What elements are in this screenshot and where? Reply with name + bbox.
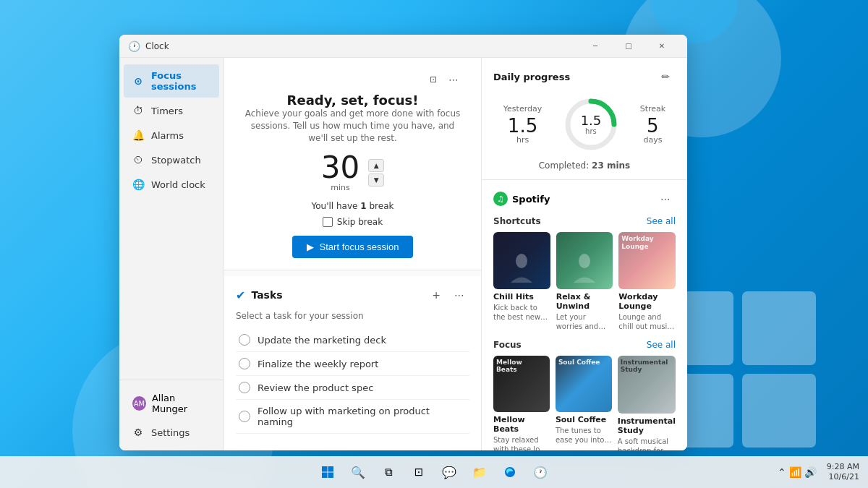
sidebar-item-label-focus: Focus sessions	[151, 70, 210, 92]
sidebar-item-alarms[interactable]: 🔔 Alarms	[124, 124, 219, 147]
streak-unit: days	[640, 135, 665, 145]
time-decrease-button[interactable]: ▼	[368, 174, 384, 187]
start-button[interactable]	[314, 458, 341, 486]
skip-break-checkbox[interactable]	[323, 217, 333, 227]
sidebar-bottom: AM Allan Munger ⚙ Settings	[119, 380, 224, 445]
window-body: ⊙ Focus sessions ⏱ Timers 🔔 Alarms ⏲ Sto…	[119, 58, 687, 450]
sidebar-item-settings[interactable]: ⚙ Settings	[124, 421, 219, 444]
window-controls: ─ □ ✕	[579, 35, 678, 58]
completed-text: Completed: 23 mins	[493, 160, 676, 171]
minimize-button[interactable]: ─	[579, 35, 612, 58]
music-card-instrumental[interactable]: InstrumentalStudy Instrumental Study A s…	[618, 356, 676, 450]
start-focus-button[interactable]: ▶ Start focus session	[292, 236, 414, 258]
music-card-relax[interactable]: Relax & Unwind Let your worries and care…	[556, 232, 613, 331]
streak-value: 5	[640, 116, 665, 135]
sidebar-item-label-timers: Timers	[151, 106, 183, 116]
chevron-up-icon[interactable]: ⌃	[778, 466, 786, 478]
more-options-icon[interactable]: ⋯	[443, 69, 464, 90]
tasks-more-button[interactable]: ⋯	[449, 285, 469, 305]
task-item[interactable]: Update the marketing deck	[236, 328, 469, 352]
see-all-shortcuts-button[interactable]: See all	[647, 216, 676, 226]
taskbar-right: ⌃ 📶 🔊 9:28 AM 10/6/21	[778, 462, 859, 483]
window-title: Clock	[145, 41, 579, 51]
focus-grid: MellowBeats Mellow Beats Stay relaxed wi…	[493, 356, 676, 450]
chat-button[interactable]: 💬	[435, 458, 463, 486]
taskbar: 🔍 ⧉ ⊡ 💬 📁 🕐 ⌃ 📶 🔊 9:28 AM 10/6/21	[0, 456, 868, 488]
task-radio-4[interactable]	[239, 411, 250, 422]
sidebar-item-timers[interactable]: ⏱ Timers	[124, 99, 219, 122]
maximize-button[interactable]: □	[612, 35, 645, 58]
chill-hits-title: Chill Hits	[493, 292, 550, 301]
task-item[interactable]: Review the product spec	[236, 376, 469, 400]
settings-icon: ⚙	[132, 427, 144, 438]
streak-label: Streak	[640, 104, 665, 114]
widgets-button[interactable]: ⊡	[405, 458, 433, 486]
clock-app-button[interactable]: 🕐	[527, 458, 554, 486]
spotify-more-button[interactable]: ⋯	[655, 189, 676, 209]
svg-rect-10	[322, 473, 328, 479]
yesterday-label: Yesterday	[503, 104, 542, 114]
stopwatch-icon: ⏲	[132, 154, 144, 166]
music-card-soul[interactable]: Soul Coffee Soul Coffee The tunes to eas…	[556, 356, 612, 450]
task-item[interactable]: Finalize the weekly report	[236, 352, 469, 376]
time-increase-button[interactable]: ▲	[368, 159, 384, 172]
tasks-section: ✔ Tasks + ⋯ Select a task for your sessi…	[224, 276, 481, 450]
task-radio-3[interactable]	[239, 382, 250, 393]
avatar: AM	[132, 396, 146, 411]
music-card-mellow[interactable]: MellowBeats Mellow Beats Stay relaxed wi…	[493, 356, 550, 450]
sidebar-item-stopwatch[interactable]: ⏲ Stopwatch	[124, 148, 219, 171]
svg-point-6	[516, 254, 527, 268]
taskbar-icons: 🔍 ⧉ ⊡ 💬 📁 🕐	[314, 458, 554, 486]
sidebar: ⊙ Focus sessions ⏱ Timers 🔔 Alarms ⏲ Sto…	[119, 58, 224, 450]
music-card-workday[interactable]: WorkdayLounge Workday Lounge Lounge and …	[618, 232, 676, 331]
instrumental-thumb: InstrumentalStudy	[618, 356, 676, 414]
skip-break-label: Skip break	[337, 217, 383, 227]
task-radio-2[interactable]	[239, 358, 250, 369]
volume-icon[interactable]: 🔊	[804, 466, 817, 478]
completed-value: 23 mins	[592, 160, 630, 171]
task-item[interactable]: Follow up with marketing on product nami…	[236, 400, 469, 434]
sidebar-item-world-clock[interactable]: 🌐 World clock	[124, 173, 219, 196]
wifi-icon[interactable]: 📶	[789, 466, 801, 478]
user-profile[interactable]: AM Allan Munger	[124, 387, 219, 420]
workday-thumb: WorkdayLounge	[618, 232, 676, 289]
focus-subtitle: Achieve your goals and get more done wit…	[242, 108, 464, 144]
app-icon: 🕐	[128, 40, 140, 52]
music-card-chill-hits[interactable]: Chill Hits Kick back to the best new and…	[493, 232, 550, 331]
daily-goal-unit: hrs	[581, 127, 602, 135]
fullscreen-icon[interactable]: ⊡	[423, 69, 443, 90]
explorer-button[interactable]: 📁	[466, 458, 493, 486]
task-text-4: Follow up with marketing on product nami…	[258, 406, 467, 427]
main-panel: ⊡ ⋯ Ready, set, focus! Achieve your goal…	[224, 58, 481, 450]
search-button[interactable]: 🔍	[344, 458, 372, 486]
see-all-focus-button[interactable]: See all	[647, 340, 676, 350]
taskbar-time-display: 9:28 AM	[827, 462, 859, 472]
relax-desc: Let your worries and cares slip away...	[556, 312, 613, 331]
daily-progress-section: Daily progress ✏ Yesterday 1.5 hrs	[482, 58, 687, 180]
shortcuts-header: Shortcuts See all	[493, 216, 676, 226]
time-control: 30 mins ▲ ▼	[242, 153, 464, 192]
workday-desc: Lounge and chill out music for your wor.…	[618, 312, 676, 331]
spotify-brand: ♫ Spotify	[493, 192, 550, 206]
break-count: 1	[360, 201, 366, 211]
edge-button[interactable]	[496, 458, 524, 486]
mellow-title: Mellow Beats	[493, 415, 550, 434]
chill-hits-thumb	[493, 232, 550, 289]
soul-title: Soul Coffee	[556, 415, 612, 424]
sidebar-item-focus-sessions[interactable]: ⊙ Focus sessions	[124, 64, 219, 98]
add-task-button[interactable]: +	[426, 285, 446, 305]
edit-progress-button[interactable]: ✏	[655, 67, 676, 87]
task-radio-1[interactable]	[239, 334, 250, 346]
relax-thumb	[556, 232, 613, 289]
task-view-button[interactable]: ⧉	[375, 458, 402, 486]
taskbar-date-display: 10/6/21	[827, 472, 859, 482]
close-button[interactable]: ✕	[645, 35, 678, 58]
chill-hits-desc: Kick back to the best new and rece...	[493, 303, 550, 322]
tasks-title-row: ✔ Tasks	[236, 288, 283, 302]
tasks-check-icon: ✔	[236, 288, 245, 302]
spotify-header: ♫ Spotify ⋯	[493, 189, 676, 209]
shortcuts-label: Shortcuts	[493, 216, 541, 226]
taskbar-clock[interactable]: 9:28 AM 10/6/21	[827, 462, 859, 483]
right-panel: Daily progress ✏ Yesterday 1.5 hrs	[481, 58, 687, 450]
avatar-initials: AM	[134, 400, 145, 408]
